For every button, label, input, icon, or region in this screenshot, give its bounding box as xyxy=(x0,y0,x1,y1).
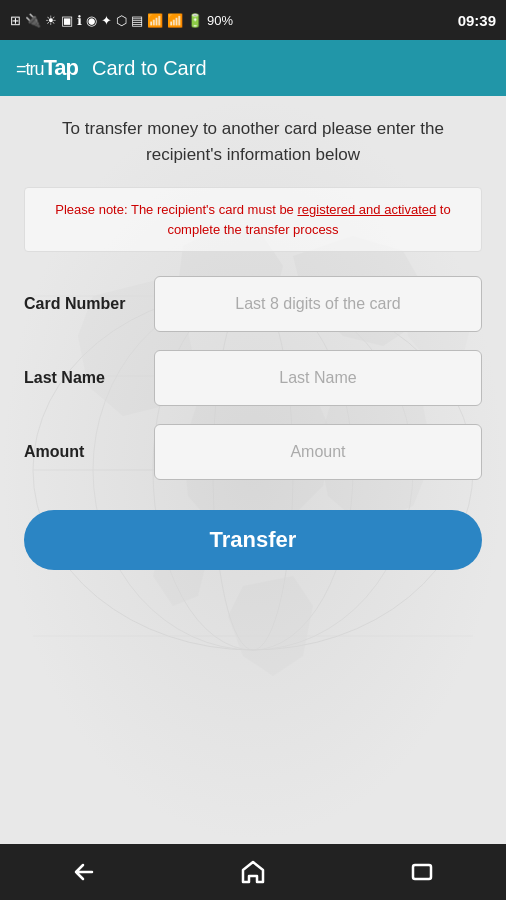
svg-rect-9 xyxy=(413,865,431,879)
amount-input[interactable] xyxy=(154,424,482,480)
recents-button[interactable] xyxy=(394,844,450,900)
description-text: To transfer money to another card please… xyxy=(24,116,482,167)
amount-row: Amount xyxy=(24,424,482,480)
status-bar: ⊞ 🔌 ☀ ▣ ℹ ◉ ✦ ⬡ ▤ 📶 📶 🔋 90% 09:39 xyxy=(0,0,506,40)
nfc-icon: ⬡ xyxy=(116,13,127,28)
logo-highlight: Tap xyxy=(44,55,78,80)
last-name-label: Last Name xyxy=(24,369,154,387)
signal-icon: 📶 xyxy=(167,13,183,28)
content-inner: To transfer money to another card please… xyxy=(24,116,482,570)
app-bar: =truTap Card to Card xyxy=(0,40,506,96)
back-button[interactable] xyxy=(56,844,112,900)
battery-percent: 90% xyxy=(207,13,233,28)
usb-icon: 🔌 xyxy=(25,13,41,28)
status-time: 09:39 xyxy=(458,12,496,29)
transfer-button[interactable]: Transfer xyxy=(24,510,482,570)
battery-icon: 🔋 xyxy=(187,13,203,28)
notice-prefix: Please note: The recipient's card must b… xyxy=(55,202,297,217)
app-icon: ◉ xyxy=(86,13,97,28)
notice-link[interactable]: registered and activated xyxy=(297,202,436,217)
screenshot-icon: ▣ xyxy=(61,13,73,28)
info-icon: ℹ xyxy=(77,13,82,28)
notice-box: Please note: The recipient's card must b… xyxy=(24,187,482,252)
card-number-row: Card Number xyxy=(24,276,482,332)
last-name-input[interactable] xyxy=(154,350,482,406)
brightness-icon: ☀ xyxy=(45,13,57,28)
bottom-nav xyxy=(0,844,506,900)
home-button[interactable] xyxy=(225,844,281,900)
status-icons: ⊞ 🔌 ☀ ▣ ℹ ◉ ✦ ⬡ ▤ 📶 📶 🔋 90% xyxy=(10,13,233,28)
app-logo: =truTap xyxy=(16,55,78,81)
app-bar-title: Card to Card xyxy=(92,57,207,80)
wifi-icon: 📶 xyxy=(147,13,163,28)
main-content: To transfer money to another card please… xyxy=(0,96,506,844)
amount-label: Amount xyxy=(24,443,154,461)
back-icon xyxy=(70,858,98,886)
recents-icon xyxy=(408,858,436,886)
last-name-row: Last Name xyxy=(24,350,482,406)
logo-prefix: =tru xyxy=(16,59,44,79)
bluetooth-icon: ✦ xyxy=(101,13,112,28)
notice-text: Please note: The recipient's card must b… xyxy=(55,202,450,237)
card-number-label: Card Number xyxy=(24,295,154,313)
card-number-input[interactable] xyxy=(154,276,482,332)
sd-icon: ▤ xyxy=(131,13,143,28)
notification-icon: ⊞ xyxy=(10,13,21,28)
home-icon xyxy=(239,858,267,886)
